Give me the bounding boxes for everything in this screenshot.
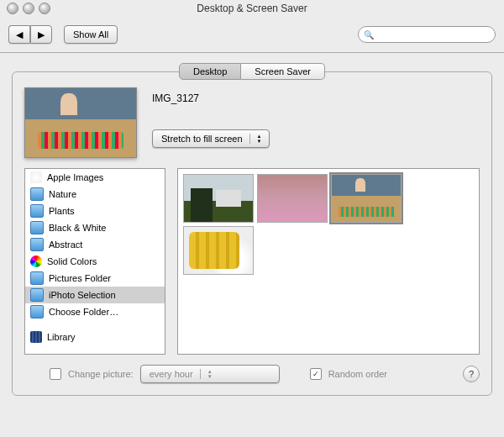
source-apple[interactable]: Apple Images (25, 169, 165, 186)
thumbnail[interactable] (183, 174, 254, 223)
source-bw[interactable]: Black & White (25, 219, 165, 236)
back-button[interactable]: ◀ (8, 25, 30, 44)
toolbar: ◀ ▶ Show All 🔍 (0, 17, 504, 53)
source-choose-folder[interactable]: Choose Folder… (25, 303, 165, 320)
titlebar: Desktop & Screen Saver (0, 0, 504, 17)
source-abstract[interactable]: Abstract (25, 236, 165, 253)
library-icon (30, 331, 42, 343)
folder-icon (30, 271, 44, 285)
show-all-button[interactable]: Show All (64, 25, 118, 44)
content: Desktop Screen Saver IMG_3127 Stretch to… (0, 53, 504, 437)
folder-icon (30, 288, 44, 302)
folder-icon (30, 305, 44, 319)
thumbnail[interactable] (331, 174, 402, 223)
source-nature[interactable]: Nature (25, 186, 165, 203)
prefs-window: Desktop & Screen Saver ◀ ▶ Show All 🔍 De… (0, 0, 504, 437)
change-picture-checkbox[interactable] (50, 368, 61, 380)
tab-desktop[interactable]: Desktop (179, 63, 241, 80)
source-iphoto-selection[interactable]: iPhoto Selection (25, 287, 165, 303)
source-plants[interactable]: Plants (25, 203, 165, 219)
thumbnail[interactable] (257, 174, 328, 223)
search-field[interactable]: 🔍 (358, 26, 496, 43)
forward-button[interactable]: ▶ (30, 25, 52, 44)
thumbnail[interactable] (183, 226, 254, 275)
folder-icon (30, 187, 44, 201)
popup-arrows-icon: ▲▼ (249, 134, 265, 144)
tabs: Desktop Screen Saver (12, 63, 492, 80)
tab-screensaver[interactable]: Screen Saver (241, 63, 325, 80)
source-library[interactable]: Library (25, 329, 165, 345)
change-interval-popup: every hour ▲▼ (140, 365, 280, 383)
source-solid-colors[interactable]: Solid Colors (25, 253, 165, 270)
folder-icon (30, 238, 44, 251)
image-name: IMG_3127 (152, 92, 480, 104)
folder-icon (30, 204, 44, 218)
popup-arrows-icon: ▲▼ (200, 369, 216, 379)
panel: IMG_3127 Stretch to fill screen ▲▼ Apple… (12, 71, 492, 396)
change-picture-label: Change picture: (68, 369, 134, 379)
source-pictures-folder[interactable]: Pictures Folder (25, 270, 165, 287)
random-order-checkbox[interactable] (310, 368, 322, 380)
search-icon: 🔍 (364, 30, 374, 39)
random-order-label: Random order (328, 369, 387, 379)
help-button[interactable]: ? (463, 366, 480, 382)
thumbnail-grid[interactable] (177, 168, 480, 355)
desktop-preview (24, 87, 137, 158)
fit-mode-label: Stretch to fill screen (161, 134, 243, 144)
window-title: Desktop & Screen Saver (0, 3, 504, 14)
color-wheel-icon (30, 255, 42, 267)
source-list[interactable]: Apple Images Nature Plants Black & White (24, 168, 165, 355)
fit-mode-popup[interactable]: Stretch to fill screen ▲▼ (152, 129, 270, 148)
apple-icon (30, 171, 42, 183)
nav-buttons: ◀ ▶ (8, 25, 52, 44)
search-input[interactable] (377, 29, 490, 40)
folder-icon (30, 221, 44, 234)
